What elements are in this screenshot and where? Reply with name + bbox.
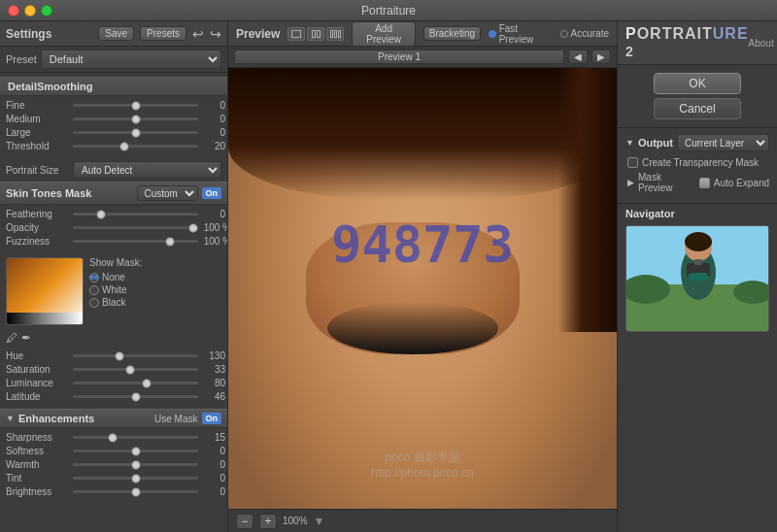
view-mode-buttons xyxy=(287,27,344,41)
tint-slider[interactable] xyxy=(73,477,198,480)
portrait-size-label: Portrait Size xyxy=(6,165,69,176)
large-slider[interactable] xyxy=(73,131,198,134)
save-button[interactable]: Save xyxy=(98,26,134,41)
sharpness-slider[interactable] xyxy=(73,436,198,439)
brightness-slider[interactable] xyxy=(73,490,198,493)
window-controls xyxy=(8,5,52,17)
saturation-label: Saturation xyxy=(6,364,69,375)
ok-cancel-area: OK Cancel xyxy=(618,65,777,128)
preview-toolbar: Preview Add Preview Bracketing xyxy=(228,21,617,47)
preview-bottom-bar: − + 100% ▼ xyxy=(228,509,617,532)
hue-slider[interactable] xyxy=(73,354,198,357)
triple-view-btn[interactable] xyxy=(326,27,344,41)
close-button[interactable] xyxy=(8,5,19,17)
single-view-btn[interactable] xyxy=(287,27,305,41)
maximize-button[interactable] xyxy=(41,5,52,17)
enhancements-collapse-icon[interactable]: ▼ xyxy=(6,414,15,423)
medium-value: 0 xyxy=(202,114,225,124)
warmth-label: Warmth xyxy=(6,459,69,470)
prev-arrow[interactable]: ◀ xyxy=(568,50,588,64)
tint-label: Tint xyxy=(6,473,69,483)
show-mask-none-radio[interactable] xyxy=(89,273,99,283)
warmth-slider[interactable] xyxy=(73,463,198,466)
skin-mask-custom-select[interactable]: Custom xyxy=(137,185,198,201)
navigator-thumbnail[interactable] xyxy=(625,225,769,332)
mask-preview-collapse-icon[interactable]: ▶ xyxy=(627,178,634,187)
threshold-slider[interactable] xyxy=(73,145,198,148)
show-mask-none-row[interactable]: None xyxy=(89,272,142,283)
preset-select[interactable]: Default xyxy=(41,50,221,69)
hue-label: Hue xyxy=(6,350,69,361)
zoom-out-button[interactable]: − xyxy=(236,514,253,529)
latitude-label: Latitude xyxy=(6,391,69,402)
watermark: poco 摄影专题 http://photo.poco.cn xyxy=(371,449,473,480)
output-collapse-icon[interactable]: ▼ xyxy=(625,138,634,148)
minimize-button[interactable] xyxy=(24,5,36,17)
fuzziness-label: Fuzziness xyxy=(6,236,69,247)
large-value: 0 xyxy=(202,127,225,138)
fuzziness-slider[interactable] xyxy=(73,240,198,243)
softness-slider[interactable] xyxy=(73,449,198,452)
undo-icon[interactable]: ↩ xyxy=(192,26,204,42)
preview-image-area: 948773 poco 摄影专题 http://photo.poco.cn xyxy=(228,68,617,509)
color-gradient-box[interactable] xyxy=(6,257,84,325)
fine-slider[interactable] xyxy=(73,104,198,107)
luminance-label: Luminance xyxy=(6,378,69,388)
about-link[interactable]: About xyxy=(749,38,774,49)
luminance-slider[interactable] xyxy=(73,382,198,384)
skin-mask-on-badge[interactable]: On xyxy=(202,187,222,199)
auto-expand-checkbox[interactable] xyxy=(699,178,710,188)
zoom-dropdown-icon[interactable]: ▼ xyxy=(314,515,325,528)
detail-smoothing-header: DetailSmoothing xyxy=(0,77,227,96)
enhancements-content: Sharpness 15 Softness 0 Warmth 0 Tint xyxy=(0,428,227,504)
create-transparency-checkbox[interactable] xyxy=(627,157,638,168)
warmth-value: 0 xyxy=(202,459,225,470)
sharpness-value: 15 xyxy=(202,432,225,443)
preset-row: Preset Default xyxy=(0,47,227,73)
enhancements-title: Enhancements xyxy=(18,413,151,424)
feathering-slider[interactable] xyxy=(73,213,198,216)
left-panel: Settings Save Presets ↩ ↪ Preset Default… xyxy=(0,21,228,532)
show-mask-white-label: White xyxy=(102,284,127,295)
nav-person-svg xyxy=(626,226,769,332)
saturation-slider[interactable] xyxy=(73,368,198,371)
show-mask-black-row[interactable]: Black xyxy=(89,297,142,308)
softness-slider-row: Softness 0 xyxy=(6,446,221,456)
fine-slider-row: Fine 0 xyxy=(6,100,221,111)
accurate-label: Accurate xyxy=(571,28,609,39)
output-select[interactable]: Current Layer xyxy=(677,134,769,151)
eyedropper2-icon[interactable]: ✒ xyxy=(21,331,31,345)
opacity-slider[interactable] xyxy=(73,226,198,229)
bracketing-button[interactable]: Bracketing xyxy=(423,26,481,41)
show-mask-black-radio[interactable] xyxy=(89,298,99,308)
cancel-button[interactable]: Cancel xyxy=(654,98,741,119)
mask-preview-label: Mask Preview xyxy=(638,172,695,193)
accurate-radio[interactable]: Accurate xyxy=(560,28,609,39)
svg-point-6 xyxy=(685,232,712,251)
dual-view-btn[interactable] xyxy=(307,27,324,41)
tint-value: 0 xyxy=(202,473,225,483)
presets-button[interactable]: Presets xyxy=(140,26,186,41)
preview-tab-1[interactable]: Preview 1 xyxy=(234,50,564,64)
medium-label: Medium xyxy=(6,114,69,124)
fast-preview-radio[interactable]: Fast Preview xyxy=(489,23,552,45)
fast-preview-dot xyxy=(489,30,496,38)
zoom-in-button[interactable]: + xyxy=(259,514,277,529)
color-picker-area: Show Mask: None White Black xyxy=(0,253,227,329)
latitude-slider[interactable] xyxy=(73,395,198,398)
eyedropper-icon[interactable]: 🖊 xyxy=(6,331,17,345)
next-arrow[interactable]: ▶ xyxy=(591,50,611,64)
enhancements-on-badge[interactable]: On xyxy=(202,413,222,424)
show-mask-white-row[interactable]: White xyxy=(89,284,142,295)
use-mask-label: Use Mask xyxy=(154,414,197,424)
hue-value: 130 xyxy=(202,350,225,361)
create-transparency-label: Create Transparency Mask xyxy=(642,157,759,168)
output-section: ▼ Output Current Layer Create Transparen… xyxy=(618,128,777,204)
titlebar: Portraiture xyxy=(0,0,777,21)
redo-icon[interactable]: ↪ xyxy=(210,26,221,42)
ok-button[interactable]: OK xyxy=(654,73,741,94)
medium-slider[interactable] xyxy=(73,117,198,120)
portrait-size-select[interactable]: Auto Detect xyxy=(73,161,221,179)
add-preview-button[interactable]: Add Preview xyxy=(352,21,415,47)
show-mask-white-radio[interactable] xyxy=(89,285,99,295)
